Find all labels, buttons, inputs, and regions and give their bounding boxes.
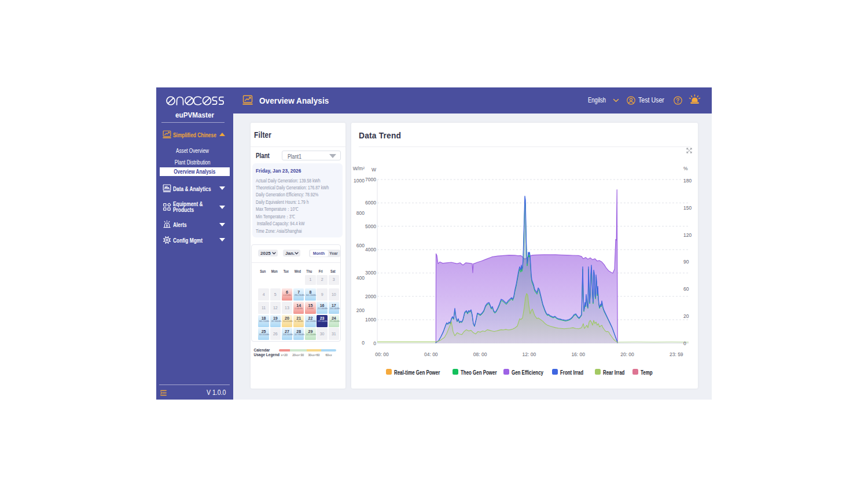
svg-text:16: 00: 16: 00 [571,351,585,357]
svg-text:200: 200 [356,307,365,313]
svg-text:1000: 1000 [354,178,365,184]
svg-text:400: 400 [356,275,365,281]
svg-text:W/m²: W/m² [353,166,365,171]
svg-text:20: 00: 20: 00 [620,351,634,357]
svg-text:120: 120 [683,232,692,238]
svg-text:W: W [372,167,376,173]
svg-text:0: 0 [683,340,686,346]
svg-text:90: 90 [683,259,689,265]
svg-text:5000: 5000 [365,224,376,229]
svg-text:%: % [683,166,688,171]
svg-text:08: 00: 08: 00 [473,351,487,357]
svg-text:20: 20 [683,313,689,319]
svg-text:0: 0 [373,340,376,346]
svg-text:04: 00: 04: 00 [424,351,438,357]
svg-text:23: 59: 23: 59 [670,351,683,357]
svg-text:60: 60 [683,286,689,292]
svg-text:7000: 7000 [365,177,376,182]
svg-text:12: 00: 12: 00 [523,351,536,357]
svg-text:3000: 3000 [365,270,376,276]
svg-text:180: 180 [683,178,692,184]
svg-text:1000: 1000 [365,317,376,323]
svg-text:150: 150 [683,205,692,211]
svg-text:2000: 2000 [365,294,376,299]
svg-text:6000: 6000 [365,200,376,206]
svg-text:600: 600 [356,243,365,248]
svg-text:4000: 4000 [365,247,376,252]
svg-text:800: 800 [356,210,365,216]
svg-text:0: 0 [362,340,365,346]
svg-text:00: 00: 00: 00 [375,351,389,357]
